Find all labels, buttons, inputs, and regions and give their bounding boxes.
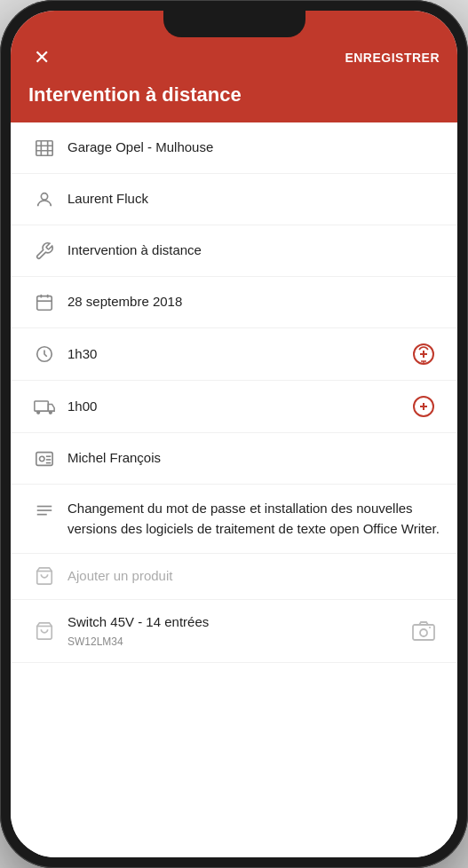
date-row[interactable]: 28 septembre 2018 [11,277,457,328]
cart-icon [28,566,60,586]
svg-point-17 [36,411,40,414]
svg-point-5 [41,193,47,199]
product-item-info: Switch 45V - 14 entrées SW12LM34 [60,612,408,651]
save-button[interactable]: ENREGISTRER [345,51,440,65]
notch [163,11,305,37]
notes-row[interactable]: Changement du mot de passe et installati… [11,485,457,554]
product-name: Switch 45V - 14 entrées [67,612,408,633]
duration2-add-button[interactable] [408,395,440,418]
product-cart-icon [28,621,60,641]
product-item-row[interactable]: Switch 45V - 14 entrées SW12LM34 [11,600,457,664]
intervention-type-value: Intervention à distance [60,241,440,261]
phone-frame: ✕ ENREGISTRER Intervention à distance [0,0,468,868]
close-button[interactable]: ✕ [28,44,55,71]
svg-rect-16 [35,401,48,411]
date-value: 28 septembre 2018 [60,292,440,312]
svg-rect-0 [36,140,52,155]
page-title: Intervention à distance [28,83,440,107]
app-container: ✕ ENREGISTRER Intervention à distance [11,11,457,857]
duration2-row[interactable]: 1h00 [11,381,457,433]
truck-icon [28,397,60,416]
technician-value: Michel François [60,448,440,469]
person-icon [28,190,60,209]
contact-value: Laurent Fluck [60,189,440,209]
company-value: Garage Opel - Mulhouse [60,138,440,158]
building-icon [28,138,60,158]
svg-point-34 [429,627,431,628]
svg-point-18 [49,411,52,414]
duration1-value: 1h30 [60,344,408,365]
technician-row[interactable]: Michel François [11,433,457,485]
wrench-icon [28,241,60,261]
duration2-value: 1h00 [60,397,408,417]
svg-point-23 [40,456,45,462]
svg-point-33 [420,629,427,636]
svg-rect-32 [413,625,434,640]
intervention-type-row[interactable]: Intervention à distance [11,225,457,277]
product-photo-button[interactable] [408,621,440,641]
product-ref: SW12LM34 [67,634,408,650]
add-product-row[interactable]: Ajouter un produit [11,554,457,600]
contact-card-icon [28,449,60,469]
svg-rect-6 [37,296,52,310]
add-product-label: Ajouter un produit [60,566,440,587]
duration1-add-button[interactable] [408,343,440,366]
company-row[interactable]: Garage Opel - Mulhouse [11,122,457,174]
notes-value: Changement du mot de passe et installati… [60,499,440,539]
notes-icon [28,499,60,521]
clock-icon [28,344,60,364]
phone-screen: ✕ ENREGISTRER Intervention à distance [11,11,457,857]
duration1-row[interactable]: 1h30 [11,328,457,381]
header-top-row: ✕ ENREGISTRER [28,44,440,71]
form-content: Garage Opel - Mulhouse Laurent Fluck [11,122,457,857]
calendar-icon [28,293,60,312]
contact-row[interactable]: Laurent Fluck [11,174,457,225]
